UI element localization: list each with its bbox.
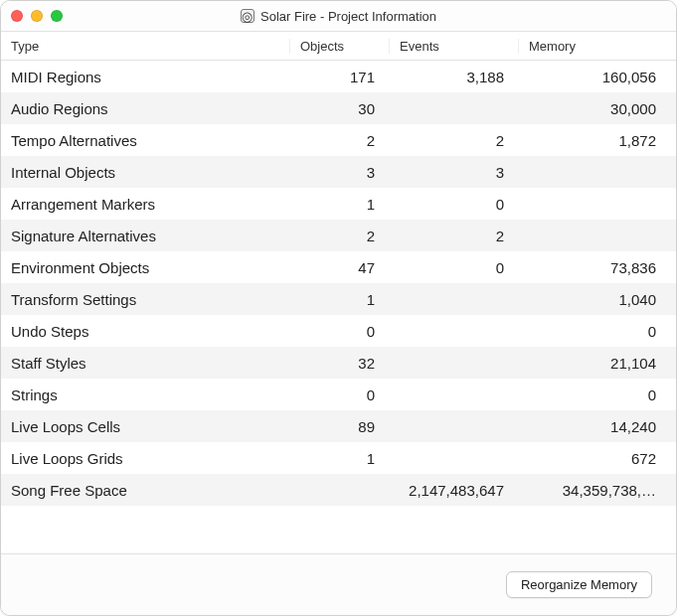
cell-events: 3,188 xyxy=(389,69,518,85)
cell-type: Arrangement Markers xyxy=(1,196,289,213)
cell-memory: 160,056 xyxy=(518,69,676,85)
footer: Reorganize Memory xyxy=(1,553,676,615)
table-row[interactable]: Signature Alternatives 2 2 xyxy=(1,220,676,251)
cell-type: Audio Regions xyxy=(1,100,289,117)
minimize-button[interactable] xyxy=(31,10,43,22)
cell-type: Environment Objects xyxy=(1,259,289,276)
table-body: MIDI Regions 171 3,188 160,056 Audio Reg… xyxy=(1,61,676,553)
titlebar: ◎ Solar Fire - Project Information xyxy=(1,1,676,31)
cell-objects: 3 xyxy=(289,164,389,181)
table-row[interactable]: Song Free Space 2,147,483,647 34,359,738… xyxy=(1,474,676,506)
cell-objects: 171 xyxy=(289,69,389,85)
table-header: Type Objects Events Memory xyxy=(1,31,676,61)
table-row[interactable]: Audio Regions 30 30,000 xyxy=(1,92,676,124)
reorganize-memory-button[interactable]: Reorganize Memory xyxy=(506,571,652,598)
table-row[interactable]: Staff Styles 32 21,104 xyxy=(1,347,676,379)
table-row[interactable]: Undo Steps 0 0 xyxy=(1,315,676,347)
cell-memory: 73,836 xyxy=(518,259,676,276)
cell-type: Transform Settings xyxy=(1,291,289,308)
close-button[interactable] xyxy=(11,10,23,22)
cell-type: Live Loops Cells xyxy=(1,418,289,435)
cell-memory: 672 xyxy=(518,450,676,467)
cell-type: Tempo Alternatives xyxy=(1,132,289,149)
cell-events: 0 xyxy=(389,196,518,213)
table-row[interactable]: Environment Objects 47 0 73,836 xyxy=(1,251,676,283)
cell-objects: 2 xyxy=(289,132,389,149)
cell-type: Undo Steps xyxy=(1,323,289,340)
cell-type: MIDI Regions xyxy=(1,69,289,85)
cell-type: Staff Styles xyxy=(1,355,289,372)
cell-objects: 0 xyxy=(289,386,389,403)
cell-type: Signature Alternatives xyxy=(1,228,289,244)
table-row[interactable]: Live Loops Grids 1 672 xyxy=(1,442,676,474)
zoom-button[interactable] xyxy=(51,10,63,22)
project-info-window: ◎ Solar Fire - Project Information Type … xyxy=(0,0,677,616)
table-row[interactable]: MIDI Regions 171 3,188 160,056 xyxy=(1,61,676,92)
table-row[interactable]: Tempo Alternatives 2 2 1,872 xyxy=(1,124,676,156)
traffic-lights xyxy=(11,10,63,22)
table-row[interactable]: Arrangement Markers 1 0 xyxy=(1,188,676,220)
header-type[interactable]: Type xyxy=(1,39,289,54)
cell-objects: 1 xyxy=(289,291,389,308)
cell-objects: 1 xyxy=(289,196,389,213)
cell-memory: 21,104 xyxy=(518,355,676,372)
cell-type: Strings xyxy=(1,386,289,403)
cell-objects: 47 xyxy=(289,259,389,276)
cell-events: 0 xyxy=(389,259,518,276)
table-row[interactable]: Transform Settings 1 1,040 xyxy=(1,283,676,315)
header-objects[interactable]: Objects xyxy=(289,39,389,54)
cell-type: Song Free Space xyxy=(1,482,289,499)
header-events[interactable]: Events xyxy=(389,39,518,54)
cell-memory: 1,040 xyxy=(518,291,676,308)
cell-objects: 30 xyxy=(289,100,389,117)
cell-memory: 34,359,738,… xyxy=(518,482,676,499)
cell-objects: 0 xyxy=(289,323,389,340)
cell-objects: 32 xyxy=(289,355,389,372)
cell-memory: 30,000 xyxy=(518,100,676,117)
cell-events: 2 xyxy=(389,132,518,149)
cell-events: 2,147,483,647 xyxy=(389,482,518,499)
cell-memory: 0 xyxy=(518,386,676,403)
header-memory[interactable]: Memory xyxy=(518,39,676,54)
cell-objects: 2 xyxy=(289,228,389,244)
app-icon: ◎ xyxy=(241,9,254,23)
cell-memory: 14,240 xyxy=(518,418,676,435)
cell-type: Live Loops Grids xyxy=(1,450,289,467)
table-row[interactable]: Live Loops Cells 89 14,240 xyxy=(1,410,676,442)
window-title: Solar Fire - Project Information xyxy=(260,9,436,24)
table-row[interactable]: Internal Objects 3 3 xyxy=(1,156,676,188)
cell-objects: 1 xyxy=(289,450,389,467)
cell-memory: 1,872 xyxy=(518,132,676,149)
cell-memory: 0 xyxy=(518,323,676,340)
cell-events: 2 xyxy=(389,228,518,244)
cell-type: Internal Objects xyxy=(1,164,289,181)
table-row[interactable]: Strings 0 0 xyxy=(1,379,676,410)
cell-events: 3 xyxy=(389,164,518,181)
cell-objects: 89 xyxy=(289,418,389,435)
window-title-container: ◎ Solar Fire - Project Information xyxy=(1,9,676,24)
